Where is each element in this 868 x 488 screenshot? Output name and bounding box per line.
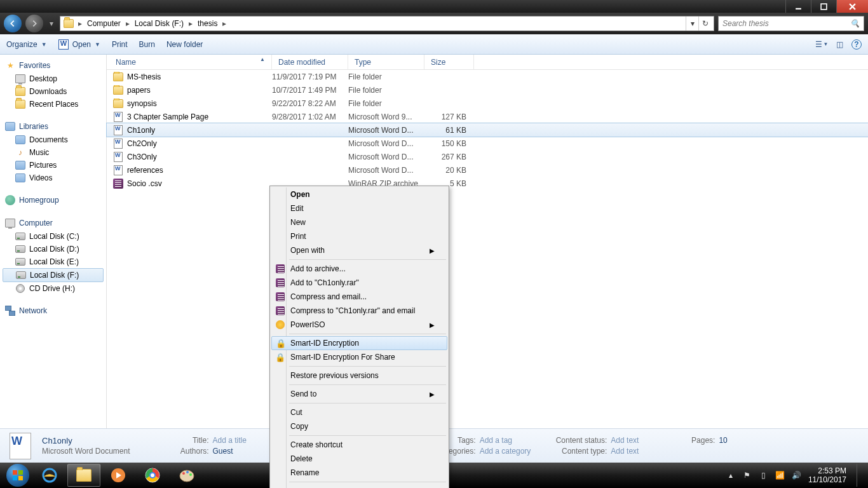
print-button[interactable]: Print [112,40,128,49]
folder-icon [113,72,123,82]
burn-button[interactable]: Burn [139,40,155,49]
minimize-button[interactable] [785,0,811,13]
content-type-field[interactable]: Add text [611,447,639,456]
start-button[interactable] [4,463,32,488]
content-status-field[interactable]: Add text [611,436,639,445]
nav-history-dropdown[interactable]: ▾ [47,19,56,28]
action-center-icon[interactable]: ⚑ [742,470,752,480]
organize-menu[interactable]: Organize▼ [6,40,47,49]
star-icon: ★ [5,60,15,71]
favorites-group[interactable]: ★Favorites [0,58,106,72]
file-row[interactable]: referencesMicrosoft Word D...20 KB [107,163,868,177]
tray-chevron-icon[interactable]: ▴ [726,470,736,480]
network-group[interactable]: Network [0,304,106,318]
network-signal-icon[interactable]: 📶 [775,470,785,480]
address-bar[interactable]: ▸ Computer ▸ Local Disk (F:) ▸ thesis ▸ … [60,16,714,31]
column-name[interactable]: Name▲ [107,55,272,69]
menu-item[interactable]: Print [271,229,447,243]
libraries-group[interactable]: Libraries [0,119,106,133]
file-row[interactable]: 3 Chapter Sample Page9/28/2017 1:02 AMMi… [107,110,868,123]
close-button[interactable] [836,0,868,13]
selected-file-name: Ch1only [42,436,130,445]
menu-item[interactable]: Copy [271,419,447,433]
clock[interactable]: 2:53 PM 11/10/2017 [808,466,846,485]
menu-item[interactable]: Delete [271,452,447,466]
search-box[interactable]: 🔍 [718,16,864,31]
menu-item[interactable]: Cut [271,405,447,419]
menu-item[interactable]: Edit [271,201,447,215]
rar-icon [113,179,123,189]
menu-item[interactable]: Create shortcut [271,438,447,452]
taskbar-paint[interactable] [170,464,203,487]
menu-item[interactable]: Open [271,187,447,201]
menu-item[interactable]: Add to archive... [271,262,447,276]
file-row[interactable]: Socio .csvWinRAR ZIP archive5 KB [107,177,868,190]
file-row[interactable]: synopsis9/22/2017 8:22 AMFile folder [107,97,868,110]
maximize-button[interactable] [811,0,836,13]
menu-item[interactable]: Properties [271,484,447,488]
menu-item[interactable]: Send to▶ [271,387,447,401]
sidebar-item-music[interactable]: ♪Music [0,146,106,159]
sidebar-item-downloads[interactable]: Downloads [0,85,106,98]
breadcrumb[interactable]: thesis [196,19,219,28]
menu-item[interactable]: Add to "Ch1only.rar" [271,276,447,290]
preview-pane-button[interactable]: ◫ [834,39,845,50]
categories-field[interactable]: Add a category [480,447,531,456]
menu-item[interactable]: Open with▶ [271,243,447,257]
file-row[interactable]: Ch2OnlyMicrosoft Word D...150 KB [107,137,868,150]
view-options-button[interactable]: ☰▼ [816,39,827,50]
sidebar-item-cd-drive[interactable]: CD Drive (H:) [0,282,106,295]
menu-item[interactable]: New [271,215,447,229]
menu-item[interactable]: 🔒Smart-ID Encryption For Share [271,350,447,364]
taskbar-explorer[interactable] [67,464,100,487]
column-size[interactable]: Size [424,55,474,69]
menu-item[interactable]: Restore previous versions [271,369,447,383]
taskbar-ie[interactable] [33,464,66,487]
menu-item[interactable]: PowerISO▶ [271,318,447,332]
show-desktop-button[interactable] [857,464,862,487]
file-row[interactable]: Ch1onlyMicrosoft Word D...61 KB [107,123,868,137]
breadcrumb[interactable]: Local Disk (F:) [133,19,185,28]
menu-item-label: Add to archive... [290,264,346,273]
file-row[interactable]: papers10/7/2017 1:49 PMFile folder [107,83,868,97]
sidebar-item-videos[interactable]: Videos [0,172,106,184]
file-row[interactable]: MS-thesis11/9/2017 7:19 PMFile folder [107,70,868,83]
menu-item[interactable]: Compress and email... [271,290,447,304]
sidebar-item-desktop[interactable]: Desktop [0,72,106,85]
volume-icon[interactable]: 🔊 [792,470,802,480]
menu-item-label: Restore previous versions [290,371,379,380]
computer-group[interactable]: Computer [0,216,106,230]
battery-icon[interactable]: ▯ [759,470,769,480]
sidebar-item-drive-d[interactable]: Local Disk (D:) [0,243,106,255]
column-type[interactable]: Type [348,55,424,69]
forward-button[interactable] [25,15,43,32]
homegroup[interactable]: Homegroup [0,193,106,207]
search-input[interactable] [722,19,860,28]
sidebar-item-drive-f[interactable]: Local Disk (F:) [3,268,104,282]
menu-item[interactable]: 🔒Smart-ID Encryption [271,336,447,350]
file-row[interactable]: Ch3OnlyMicrosoft Word D...267 KB [107,150,868,163]
tags-field[interactable]: Add a tag [480,436,512,445]
title-field[interactable]: Add a title [213,436,247,445]
back-button[interactable] [4,15,22,32]
new-folder-button[interactable]: New folder [166,40,203,49]
menu-item[interactable]: Compress to "Ch1only.rar" and email [271,304,447,318]
file-name: MS-thesis [127,72,161,81]
sidebar-item-drive-e[interactable]: Local Disk (E:) [0,255,106,268]
authors-field[interactable]: Guest [213,447,233,456]
column-date[interactable]: Date modified [272,55,348,69]
open-menu[interactable]: Open▼ [58,39,100,50]
sidebar-item-documents[interactable]: Documents [0,133,106,146]
taskbar-media-player[interactable] [102,464,135,487]
sidebar-item-pictures[interactable]: Pictures [0,159,106,172]
help-button[interactable]: ? [851,39,862,50]
taskbar-chrome[interactable] [136,464,169,487]
sidebar-item-recent[interactable]: Recent Places [0,98,106,111]
address-dropdown[interactable]: ▾ [686,17,698,30]
sidebar-item-drive-c[interactable]: Local Disk (C:) [0,230,106,243]
menu-item[interactable]: Rename [271,466,447,480]
refresh-button[interactable]: ↻ [698,17,711,30]
file-name: Socio .csv [127,179,162,188]
menu-item-label: Smart-ID Encryption [290,339,359,348]
breadcrumb[interactable]: Computer [86,19,122,28]
